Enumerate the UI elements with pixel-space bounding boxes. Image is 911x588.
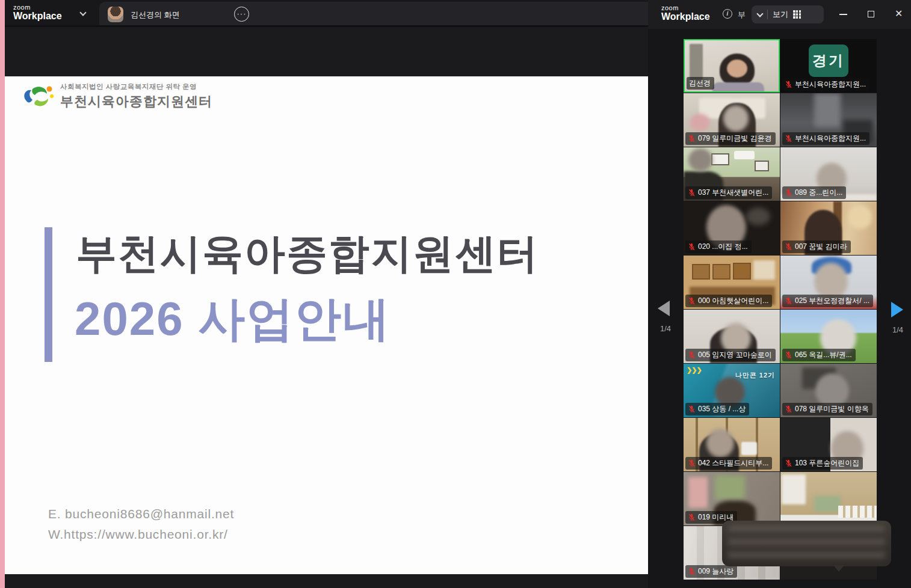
close-button[interactable]: ✕ — [895, 9, 903, 19]
participant-name-label: 김선경 — [687, 77, 714, 90]
participant-name: 005 임지영 꼬마숲로이 — [698, 350, 772, 360]
participant-name-label: 035 상동 / ...상 — [685, 403, 749, 415]
video-tile[interactable]: 089 중...린이... — [780, 147, 877, 201]
participant-name-label: 020 ...이집 정... — [685, 240, 752, 253]
participant-name: 009 늘사랑 — [698, 566, 733, 577]
mic-muted-icon — [785, 405, 792, 413]
meeting-info-icon[interactable]: i — [723, 9, 732, 19]
background-window-edge — [0, 0, 5, 588]
mic-muted-icon — [688, 513, 696, 521]
video-tile[interactable]: 007 꿈빛 김미라 — [780, 201, 877, 255]
video-tile[interactable]: ❯❯❯ 나만콘 12기 035 상동 / ...상 — [684, 364, 780, 417]
participant-name: 065 옥길...뷰/권... — [795, 350, 852, 360]
video-tile[interactable]: 078 일루미금빛 이향옥 — [780, 364, 877, 417]
contact-email: E. bucheoni8686@hanmail.net — [48, 507, 234, 521]
mic-muted-icon — [688, 243, 696, 251]
participant-name-label: 042 스타필드시티부... — [685, 457, 772, 470]
video-tile[interactable]: 103 푸른숲어린이집 — [780, 418, 877, 471]
participant-name-label: 부천시육아종합지원... — [782, 132, 869, 145]
mic-muted-icon — [688, 459, 696, 467]
participant-name-label: 007 꿈빛 김미라 — [782, 240, 851, 253]
participant-name: 김선경 — [689, 78, 711, 88]
virtual-bg-text: 나만콘 12기 — [735, 371, 775, 380]
participant-name: 079 일루미금빛 김윤경 — [698, 133, 772, 144]
gallery-window-titlebar: zoom Workplace i 부 보기 ✕ — [648, 0, 911, 29]
tab-shared-screen[interactable]: 김선경의 화면 — [131, 10, 180, 20]
meeting-title: 부 — [738, 10, 746, 20]
org-logo: 사회복지법인 사랑교육복지재단 위탁 운영 부천시육아종합지원센터 — [23, 82, 212, 111]
gyeonggi-logo-text: 경기 — [812, 51, 845, 70]
zoom-share-window: zoom Workplace 김선경의 화면 ··· — [5, 0, 648, 588]
view-button[interactable]: 보기 — [773, 9, 788, 20]
chevron-down-icon[interactable] — [79, 9, 86, 16]
gallery-next-page-button[interactable] — [891, 302, 903, 317]
virtual-bg-chevrons-icon: ❯❯❯ — [687, 366, 702, 374]
view-controls: 보기 — [752, 5, 824, 23]
slide-title-line2: 2026 사업안내 — [75, 288, 391, 351]
video-tile[interactable]: 005 임지영 꼬마숲로이 — [684, 310, 780, 363]
participant-name-label: 078 일루미금빛 이향옥 — [782, 403, 872, 415]
minimize-button[interactable] — [839, 14, 847, 15]
participant-name: 042 스타필드시티부... — [698, 458, 768, 468]
participant-name: 089 중...린이... — [795, 188, 842, 198]
gallery-prev-page-button[interactable] — [658, 301, 670, 316]
mic-muted-icon — [785, 81, 792, 88]
participant-name: 078 일루미금빛 이향옥 — [795, 404, 869, 414]
gyeonggi-logo: 경기 — [809, 44, 848, 77]
brand-workplace: Workplace — [13, 11, 62, 21]
participant-name-label: 037 부천새샛별어린... — [685, 186, 772, 199]
contact-website: W.https://www.bucheoni.or.kr/ — [48, 527, 228, 542]
mic-muted-icon — [688, 405, 696, 413]
org-logo-text: 사회복지법인 사랑교육복지재단 위탁 운영 부천시육아종합지원센터 — [60, 82, 212, 111]
video-tile[interactable]: 경기 부천시육아종합지원... — [780, 39, 877, 93]
video-tile[interactable]: 부천시육아종합지원... — [780, 93, 877, 147]
mic-muted-icon — [688, 189, 696, 197]
zoom-workplace-logo: zoom Workplace — [13, 4, 62, 21]
participant-name: 007 꿈빛 김미라 — [795, 242, 847, 252]
participant-name: 103 푸른숲어린이집 — [795, 458, 859, 468]
video-tile[interactable]: 079 일루미금빛 김윤경 — [684, 93, 780, 147]
video-tile[interactable]: 025 부천오정경찰서/ ... — [780, 256, 877, 309]
video-tile[interactable]: 042 스타필드시티부... — [684, 418, 780, 471]
share-window-toolbar: zoom Workplace 김선경의 화면 ··· — [5, 0, 648, 27]
participant-name-label: 079 일루미금빛 김윤경 — [685, 132, 776, 145]
zoom-workplace-logo: zoom Workplace — [661, 5, 710, 22]
video-tile[interactable]: 065 옥길...뷰/권... — [780, 310, 877, 363]
participant-name-label: 005 임지영 꼬마숲로이 — [685, 349, 776, 361]
org-logo-mark — [23, 84, 55, 109]
video-tile-active-speaker[interactable]: 김선경 — [684, 39, 780, 93]
more-options-icon[interactable]: ··· — [234, 7, 249, 22]
participant-name-label: 065 옥길...뷰/권... — [782, 349, 856, 361]
chevron-down-icon[interactable] — [756, 10, 763, 17]
avatar — [108, 7, 123, 22]
participant-name-label: 000 아침햇살어린이... — [685, 295, 772, 307]
brand-zoom: zoom — [661, 5, 710, 11]
tooltip-arrow — [833, 565, 844, 572]
video-tile[interactable]: 037 부천새샛별어린... — [684, 147, 780, 201]
gallery-view-icon[interactable] — [793, 10, 801, 18]
mic-muted-icon — [688, 568, 696, 575]
participant-name-label: 089 중...린이... — [782, 186, 846, 199]
mic-muted-icon — [688, 351, 696, 359]
gallery-page-indicator-right: 1/4 — [892, 325, 903, 334]
participant-name: 000 아침햇살어린이... — [698, 296, 768, 306]
shared-screen-area: 사회복지법인 사랑교육복지재단 위탁 운영 부천시육아종합지원센터 부천시육아종… — [5, 27, 648, 588]
video-tile[interactable]: 000 아침햇살어린이... — [684, 256, 780, 309]
blurred-tooltip-overlay — [722, 521, 891, 566]
video-tile[interactable]: 020 ...이집 정... — [684, 201, 780, 255]
divider — [767, 10, 768, 19]
video-tile[interactable] — [780, 472, 877, 525]
mic-muted-icon — [785, 135, 792, 142]
participant-name: 025 부천오정경찰서/ ... — [795, 296, 869, 306]
brand-zoom: zoom — [13, 4, 62, 11]
title-accent-bar — [45, 227, 52, 362]
participant-name: 부천시육아종합지원... — [795, 79, 866, 90]
maximize-button[interactable] — [868, 11, 874, 17]
participant-name: 020 ...이집 정... — [698, 242, 748, 252]
zoom-gallery-window: zoom Workplace i 부 보기 ✕ 김선경 — [648, 0, 911, 588]
participant-name: 035 상동 / ...상 — [698, 404, 746, 414]
video-tile[interactable]: 019 미리내 — [684, 472, 780, 525]
participant-name-label: 025 부천오정경찰서/ ... — [782, 295, 873, 307]
mic-muted-icon — [688, 297, 696, 305]
gallery-page-indicator-left: 1/4 — [660, 324, 671, 333]
